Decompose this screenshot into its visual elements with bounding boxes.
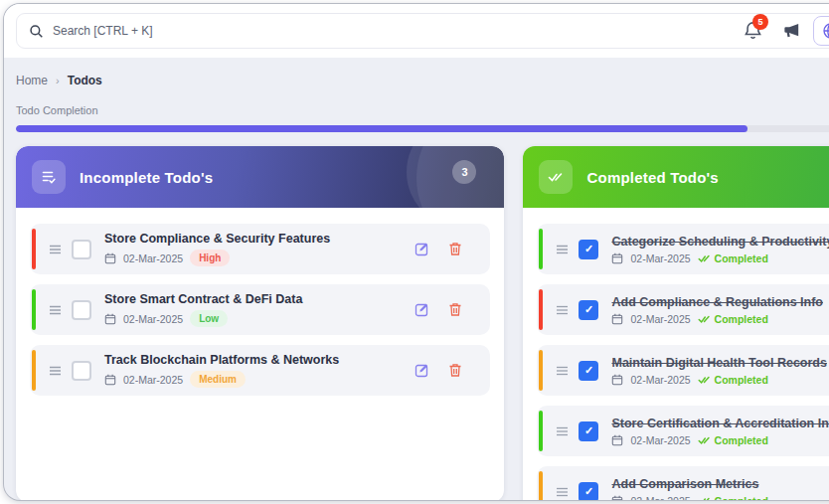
todo-checkbox[interactable]	[579, 361, 598, 381]
todo-date: 02-Mar-2025	[123, 313, 183, 325]
calendar-icon	[611, 495, 623, 501]
drag-handle-icon[interactable]	[50, 245, 61, 254]
priority-accent-bar	[539, 350, 543, 391]
todo-meta: 02-Mar-2025 Completed	[611, 495, 829, 501]
completed-status: Completed	[698, 313, 768, 325]
todo-columns: Incomplete Todo's 3 Store Compliance & S…	[16, 146, 829, 500]
todo-date: 02-Mar-2025	[123, 374, 183, 386]
double-check-icon	[698, 435, 711, 445]
edit-button[interactable]	[414, 242, 429, 256]
progress-fill	[16, 125, 747, 132]
todo-title: Store Smart Contract & DeFi Data	[104, 292, 405, 306]
edit-button[interactable]	[414, 363, 429, 378]
incomplete-card-title: Incomplete Todo's	[80, 169, 213, 186]
list-check-icon	[41, 169, 57, 185]
todo-item: Store Smart Contract & DeFi Data 02-Mar-…	[30, 284, 490, 335]
todo-meta: 02-Mar-2025 Low	[104, 310, 405, 327]
drag-handle-icon[interactable]	[557, 305, 568, 315]
completed-status-label: Completed	[715, 252, 768, 264]
delete-button[interactable]	[448, 302, 462, 317]
breadcrumb-home[interactable]: Home	[16, 74, 48, 87]
todo-text-block: Add Comparison Metrics 02-Mar-2025 Compl…	[611, 477, 829, 501]
double-check-icon	[698, 375, 711, 385]
todo-item: Add Compliance & Regulations Info 02-Mar…	[537, 284, 829, 335]
double-check-icon	[698, 314, 711, 324]
incomplete-header-iconbox	[32, 160, 66, 194]
priority-accent-bar	[539, 411, 543, 451]
calendar-icon	[104, 252, 116, 264]
todo-text-block: Store Smart Contract & DeFi Data 02-Mar-…	[104, 292, 405, 327]
completed-card: Completed Todo's Categorize Scheduling &…	[523, 146, 829, 500]
priority-accent-bar	[32, 289, 36, 330]
chevron-right-icon: ›	[56, 75, 60, 86]
app-window: Search [CTRL + K] 5	[4, 4, 829, 500]
todo-checkbox[interactable]	[579, 240, 598, 259]
announcements-button[interactable]	[783, 23, 801, 43]
drag-handle-icon[interactable]	[50, 366, 61, 376]
todo-text-block: Categorize Scheduling & Productivity App…	[611, 235, 829, 264]
completed-status-label: Completed	[715, 374, 768, 386]
todo-date: 02-Mar-2025	[630, 434, 690, 446]
todo-meta: 02-Mar-2025 Completed	[611, 374, 829, 386]
todo-text-block: Store Compliance & Security Features 02-…	[104, 232, 405, 266]
breadcrumb: Home › Todos	[16, 74, 829, 87]
todo-item: Store Compliance & Security Features 02-…	[30, 224, 490, 274]
todo-title: Add Compliance & Regulations Info	[611, 295, 829, 309]
todo-text-block: Store Certification & Accreditation Info…	[611, 417, 829, 446]
drag-handle-icon[interactable]	[557, 487, 568, 497]
calendar-icon	[611, 434, 623, 446]
completed-list: Categorize Scheduling & Productivity App…	[523, 208, 829, 500]
completed-status-label: Completed	[715, 434, 768, 446]
language-button[interactable]	[813, 16, 829, 46]
screenshot-stage: Search [CTRL + K] 5	[0, 0, 829, 504]
calendar-icon	[104, 374, 116, 386]
completed-status: Completed	[698, 434, 768, 446]
todo-title: Store Compliance & Security Features	[104, 232, 405, 246]
progress-label: Todo Completion	[16, 104, 829, 116]
todo-checkbox[interactable]	[72, 361, 91, 381]
todo-item: Track Blockchain Platforms & Networks 02…	[30, 345, 490, 396]
progress-bar	[16, 125, 829, 132]
double-check-icon	[548, 169, 564, 185]
delete-button[interactable]	[448, 242, 462, 256]
delete-button[interactable]	[448, 363, 462, 378]
double-check-icon	[698, 496, 711, 501]
todo-title: Add Comparison Metrics	[611, 477, 829, 491]
todo-meta: 02-Mar-2025 Medium	[104, 371, 405, 388]
todo-item: Maintain Digital Health Tool Records 02-…	[537, 345, 829, 396]
notifications-button[interactable]: 5	[744, 21, 762, 45]
todo-date: 02-Mar-2025	[630, 252, 690, 264]
priority-accent-bar	[539, 471, 543, 500]
drag-handle-icon[interactable]	[50, 305, 61, 315]
todo-text-block: Maintain Digital Health Tool Records 02-…	[611, 356, 829, 386]
todo-text-block: Add Compliance & Regulations Info 02-Mar…	[611, 295, 829, 325]
todo-title: Maintain Digital Health Tool Records	[611, 356, 829, 370]
todo-checkbox[interactable]	[72, 240, 91, 259]
page-content: Home › Todos Todo Completion	[4, 58, 829, 500]
calendar-icon	[611, 313, 623, 325]
completed-card-title: Completed Todo's	[586, 169, 718, 186]
topbar: Search [CTRL + K] 5	[4, 4, 829, 58]
priority-accent-bar	[32, 350, 36, 391]
todo-checkbox[interactable]	[579, 421, 598, 441]
breadcrumb-current: Todos	[68, 74, 102, 87]
todo-date: 02-Mar-2025	[630, 495, 690, 501]
priority-accent-bar	[32, 229, 36, 269]
todo-actions	[414, 302, 462, 317]
priority-accent-bar	[539, 229, 543, 269]
drag-handle-icon[interactable]	[557, 366, 568, 376]
todo-checkbox[interactable]	[579, 482, 598, 501]
todo-checkbox[interactable]	[579, 300, 598, 320]
notification-count-badge: 5	[752, 14, 768, 30]
priority-badge: High	[190, 250, 230, 266]
completed-card-header: Completed Todo's	[523, 146, 829, 208]
incomplete-card: Incomplete Todo's 3 Store Compliance & S…	[16, 146, 504, 500]
search-input[interactable]: Search [CTRL + K]	[16, 13, 829, 49]
calendar-icon	[611, 374, 623, 386]
todo-checkbox[interactable]	[72, 300, 91, 320]
edit-button[interactable]	[414, 302, 429, 317]
todo-meta: 02-Mar-2025 Completed	[611, 313, 829, 325]
drag-handle-icon[interactable]	[557, 245, 568, 254]
drag-handle-icon[interactable]	[557, 426, 568, 436]
todo-item: Store Certification & Accreditation Info…	[537, 406, 829, 456]
